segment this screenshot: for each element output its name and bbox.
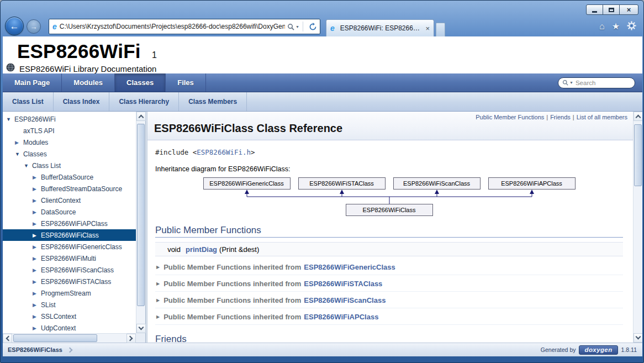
favorites-star-icon[interactable]: ★ xyxy=(612,22,620,31)
tree-item-esp8266wifi[interactable]: ▼ESP8266WiFi xyxy=(3,113,136,125)
tree-expand-icon[interactable]: ▶ xyxy=(33,175,40,180)
inherited-header-row[interactable]: ▶ Public Member Functions inherited from… xyxy=(155,308,623,325)
tree-item-label: ESP8266WiFiScanClass xyxy=(41,266,114,274)
tab-class-index[interactable]: Class Index xyxy=(54,92,110,111)
address-dropdown-icon[interactable]: ▼ xyxy=(295,25,299,29)
tab-modules[interactable]: Modules xyxy=(62,73,115,92)
diagram-node-esp8266wifiscanclass[interactable]: ESP8266WiFiScanClass xyxy=(393,177,481,190)
member-name-link[interactable]: printDiag xyxy=(186,245,217,254)
tab-main-page[interactable]: Main Page xyxy=(3,73,62,92)
scroll-up-button[interactable] xyxy=(136,112,146,121)
gear-icon[interactable] xyxy=(627,21,636,32)
tree-expand-icon[interactable]: ▶ xyxy=(33,256,40,261)
search-input[interactable] xyxy=(576,80,631,86)
diagram-node-esp8266wificlass: ESP8266WiFiClass xyxy=(346,204,433,216)
scroll-thumb[interactable] xyxy=(634,124,642,186)
summary-link-friends[interactable]: Friends xyxy=(550,114,571,120)
doc-contents: #include <ESP8266WiFi.h> Inheritance dia… xyxy=(147,140,633,343)
tree-item-modules[interactable]: ▶Modules xyxy=(3,136,136,148)
chevron-right-icon xyxy=(128,336,133,341)
scroll-left-button[interactable] xyxy=(3,334,12,343)
search-magnifier-icon[interactable] xyxy=(287,23,294,30)
url-input[interactable] xyxy=(60,23,285,30)
summary-link-public-member-functions[interactable]: Public Member Functions xyxy=(476,114,544,120)
tree-item-progmemstream[interactable]: ▶ProgmemStream xyxy=(3,287,136,299)
scroll-thumb[interactable] xyxy=(13,334,97,342)
inherited-class-link[interactable]: ESP8266WiFiSTAClass xyxy=(304,280,382,288)
back-button[interactable]: ← xyxy=(5,17,24,35)
tree-collapse-icon[interactable]: ▼ xyxy=(6,117,14,122)
tab-class-list[interactable]: Class List xyxy=(3,92,54,111)
tree-item-sslcontext[interactable]: ▶SSLContext xyxy=(3,311,136,322)
search-icon[interactable] xyxy=(562,78,568,88)
tab-class-hierarchy[interactable]: Class Hierarchy xyxy=(109,92,179,111)
scroll-right-button[interactable] xyxy=(126,334,136,343)
search-dropdown-icon[interactable]: ▼ xyxy=(569,81,573,85)
browser-tab[interactable]: e ESP8266WiFi: ESP8266WiFi... × xyxy=(326,19,434,36)
tree-expand-icon[interactable]: ▶ xyxy=(33,314,40,319)
tree-item-datasource[interactable]: ▶DataSource xyxy=(3,206,136,218)
tree-expand-icon[interactable]: ▶ xyxy=(33,291,40,296)
tree-expand-icon[interactable]: ▶ xyxy=(33,221,40,227)
tree-item-esp8266wifimulti[interactable]: ▶ESP8266WiFiMulti xyxy=(3,252,136,264)
tree-expand-icon[interactable]: ▶ xyxy=(33,267,40,273)
tab-files[interactable]: Files xyxy=(166,73,206,92)
inherited-header-row[interactable]: ▶ Public Member Functions inherited from… xyxy=(155,275,623,292)
diagram-node-esp8266wifistaclass[interactable]: ESP8266WiFiSTAClass xyxy=(298,177,386,190)
inherited-header-row[interactable]: ▶ Public Member Functions inherited from… xyxy=(155,292,623,308)
new-tab-button[interactable] xyxy=(436,23,445,36)
include-file-link[interactable]: ESP8266WiFi.h xyxy=(197,148,251,156)
tree-item-esp8266wifiscanclass[interactable]: ▶ESP8266WiFiScanClass xyxy=(3,264,136,276)
tree-expand-icon[interactable]: ▶ xyxy=(33,186,40,192)
tree-expand-icon[interactable]: ▶ xyxy=(33,244,40,250)
doxygen-logo[interactable]: doxygen xyxy=(579,345,617,355)
scroll-down-button[interactable] xyxy=(136,324,146,333)
inherited-class-link[interactable]: ESP8266WiFiGenericClass xyxy=(304,263,395,271)
diagram-node-esp8266wifigenericclass[interactable]: ESP8266WiFiGenericClass xyxy=(203,177,291,190)
tree-collapse-icon[interactable]: ▼ xyxy=(15,151,23,157)
tree-item-esp8266wifigenericclass[interactable]: ▶ESP8266WiFiGenericClass xyxy=(3,241,136,252)
tree-expand-icon[interactable]: ▶ xyxy=(33,209,40,215)
scroll-down-button[interactable] xyxy=(634,333,642,343)
tree-expand-icon[interactable]: ▶ xyxy=(33,279,40,285)
tree-item-esp8266wificlass-selected[interactable]: ▶ESP8266WiFiClass xyxy=(3,229,136,241)
tree-expand-icon[interactable]: ▶ xyxy=(15,140,23,145)
home-icon[interactable]: ⌂ xyxy=(599,22,605,31)
forward-button[interactable]: → xyxy=(27,19,41,34)
diagram-node-esp8266wifiapclass[interactable]: ESP8266WiFiAPClass xyxy=(488,177,576,190)
breadcrumb-item[interactable]: ESP8266WiFiClass xyxy=(8,346,62,353)
tree-item-axtls-api[interactable]: axTLS API xyxy=(3,125,136,136)
maximize-button[interactable] xyxy=(603,4,620,15)
tab-close-icon[interactable]: × xyxy=(425,25,430,32)
tree-expand-icon[interactable]: ▶ xyxy=(33,302,40,308)
scroll-up-button[interactable] xyxy=(634,112,642,121)
inherited-header-row[interactable]: ▶ Public Member Functions inherited from… xyxy=(155,259,623,275)
tree-expand-icon[interactable]: ▶ xyxy=(33,325,40,331)
tree-expand-icon[interactable]: ▶ xyxy=(33,198,40,203)
close-button[interactable]: × xyxy=(619,4,638,15)
tree-item-esp8266wifiapclass[interactable]: ▶ESP8266WiFiAPClass xyxy=(3,218,136,229)
tree-item-slist[interactable]: ▶SList xyxy=(3,299,136,311)
minimize-button[interactable] xyxy=(586,4,603,15)
section-heading-friends: Friends xyxy=(155,334,623,343)
doxygen-search-box[interactable]: ▼ xyxy=(558,77,635,88)
window-titlebar: × xyxy=(1,1,643,17)
tree-item-classes[interactable]: ▼Classes xyxy=(3,148,136,160)
inherited-class-link[interactable]: ESP8266WiFiAPClass xyxy=(304,313,378,321)
tree-expand-icon[interactable]: ▶ xyxy=(33,233,40,238)
inherited-class-link[interactable]: ESP8266WiFiScanClass xyxy=(304,296,386,304)
tree-collapse-icon[interactable]: ▼ xyxy=(24,163,31,169)
tab-classes[interactable]: Classes xyxy=(115,73,166,92)
address-bar[interactable]: e ▼ xyxy=(49,19,320,34)
tab-class-members[interactable]: Class Members xyxy=(179,92,247,111)
summary-link-all-members[interactable]: List of all members xyxy=(577,114,627,120)
tree-item-udpcontext[interactable]: ▶UdpContext xyxy=(3,322,136,333)
tree-item-clientcontext[interactable]: ▶ClientContext xyxy=(3,194,136,206)
tree-item-esp8266wifistaclass[interactable]: ▶ESP8266WiFiSTAClass xyxy=(3,276,136,287)
scroll-thumb[interactable] xyxy=(137,124,145,306)
tree-item-class-list[interactable]: ▼Class List xyxy=(3,160,136,171)
tree-item-bufferdatasource[interactable]: ▶BufferDataSource xyxy=(3,171,136,183)
inherited-prefix: Public Member Functions inherited from xyxy=(163,296,301,304)
tree-item-bufferedstreamdatasource[interactable]: ▶BufferedStreamDataSource xyxy=(3,183,136,194)
refresh-icon[interactable] xyxy=(309,23,317,31)
